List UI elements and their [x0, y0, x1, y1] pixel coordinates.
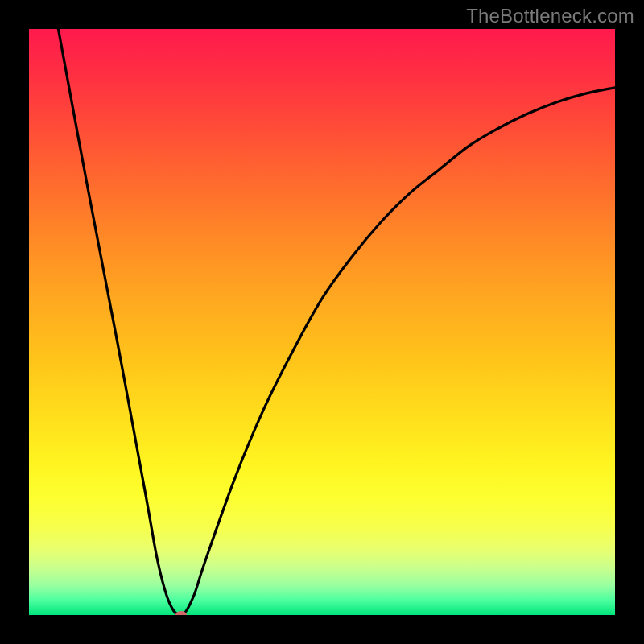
chart-frame: TheBottleneck.com — [0, 0, 644, 644]
bottleneck-curve — [29, 29, 615, 615]
watermark-text: TheBottleneck.com — [466, 5, 634, 27]
minimum-marker — [175, 611, 187, 615]
plot-area — [29, 29, 615, 615]
